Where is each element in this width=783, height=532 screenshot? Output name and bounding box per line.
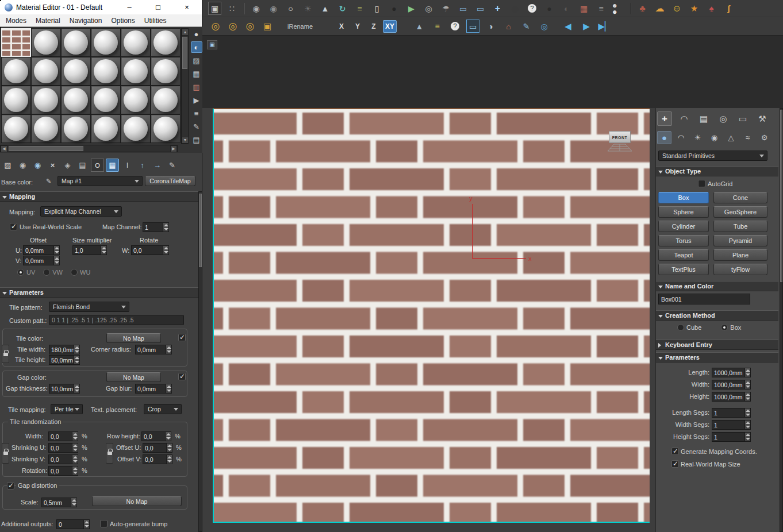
sample-slot[interactable] [121, 57, 151, 86]
generate-mapping-coords-checkbox[interactable] [671, 448, 679, 455]
shrinking-lock-icon[interactable] [2, 443, 9, 464]
button-textplus[interactable]: TextPlus [658, 264, 709, 275]
sample-slot[interactable] [151, 86, 181, 114]
command-panel-scrollbar[interactable] [780, 108, 783, 532]
button-sphere[interactable]: Sphere [658, 206, 709, 218]
lamp-icon[interactable]: ☂ [439, 2, 452, 15]
help-icon[interactable]: ? [525, 2, 539, 15]
auto-generate-bump-checkbox[interactable] [100, 520, 108, 527]
sun-gear-icon[interactable]: ☀ [301, 2, 314, 15]
bulb-icon[interactable]: ○ [284, 2, 297, 15]
pot-icon[interactable]: ● [543, 2, 556, 15]
tab-hierarchy[interactable]: ▤ [696, 111, 711, 126]
tyflow-gold-d-icon[interactable]: ▣ [260, 20, 275, 33]
pick-material-icon[interactable]: ✎ [166, 159, 179, 172]
viewport-canvas[interactable] [214, 109, 650, 522]
button-plane[interactable]: Plane [713, 249, 767, 261]
map-type-button[interactable]: CoronaTileMap [145, 176, 195, 186]
sample-slot[interactable] [151, 114, 181, 143]
button-cone[interactable]: Cone [713, 192, 767, 203]
radio-box[interactable]: Box [721, 324, 741, 331]
button-geosphere[interactable]: GeoSphere [713, 206, 767, 218]
tile-size-lock-icon[interactable] [2, 345, 9, 363]
toolbar-separator[interactable] [243, 2, 245, 15]
sample-slot[interactable] [1, 86, 31, 114]
sample-slot[interactable] [121, 28, 151, 57]
put-to-scene-icon[interactable]: ◉ [16, 159, 29, 172]
render-setup-icon[interactable]: ▭ [466, 20, 479, 33]
rand-offset-u-spinner[interactable]: 0,0 [143, 443, 172, 453]
sample-slot[interactable] [151, 28, 181, 57]
sample-slot[interactable] [1, 114, 31, 143]
sample-slot[interactable] [61, 28, 91, 57]
category-systems[interactable]: ⚙ [757, 131, 772, 144]
sample-slot[interactable] [61, 114, 91, 143]
sample-slot[interactable] [121, 86, 151, 114]
pipette-icon[interactable]: ✎ [46, 178, 51, 185]
axis-z-button[interactable]: Z [367, 20, 381, 33]
swirl-icon[interactable]: ◐ [560, 2, 573, 15]
put-to-library-icon[interactable]: ▤ [76, 159, 89, 172]
viewport[interactable] [213, 108, 650, 523]
tab-display[interactable]: ▭ [735, 111, 750, 126]
sample-slot[interactable] [91, 114, 121, 143]
monitor-a-icon[interactable]: ▭ [456, 2, 470, 15]
tab-modify[interactable]: ◠ [677, 111, 692, 126]
menu-modes[interactable]: Modes [6, 17, 26, 25]
gift-icon[interactable]: ▦ [577, 2, 590, 15]
axis-y-button[interactable]: Y [351, 20, 364, 33]
sample-slot[interactable] [91, 57, 121, 86]
category-lights[interactable]: ☀ [690, 131, 705, 144]
gap-map-enable-checkbox[interactable] [178, 373, 186, 380]
get-material-icon[interactable]: ▨ [1, 159, 14, 172]
backlight-icon[interactable]: ◐ [191, 41, 202, 53]
rotation-spinner[interactable]: 0,0 [48, 466, 78, 476]
material-id-icon[interactable]: O [91, 159, 104, 172]
button-tyflow[interactable]: tyFlow [713, 264, 767, 275]
button-box[interactable]: Box [658, 192, 709, 203]
distortion-scale-spinner[interactable]: 0,5mm [41, 498, 77, 507]
notes-icon[interactable]: ≡ [353, 2, 366, 15]
play-button[interactable]: ▶ [578, 20, 594, 33]
category-geometry[interactable]: ● [657, 131, 671, 144]
sample-slot[interactable] [61, 57, 91, 86]
mushroom-icon[interactable]: ♠ [705, 2, 718, 15]
map-channel-spinner[interactable]: 1 [143, 222, 169, 232]
mapping-dropdown[interactable]: Explicit Map Channel [40, 206, 122, 217]
tree-icon[interactable]: ▲ [318, 2, 332, 15]
assign-to-selection-icon[interactable]: ◉ [31, 159, 44, 172]
maximize-button[interactable]: □ [150, 3, 166, 11]
radio-wu[interactable]: WU [71, 269, 90, 276]
button-tube[interactable]: Tube [713, 221, 767, 232]
material-editor-scrollbar[interactable] [198, 191, 202, 532]
prev-frame-button[interactable]: ◀ [560, 20, 576, 33]
target-icon[interactable]: ◎ [538, 20, 551, 33]
radio-vw[interactable]: VW [43, 269, 63, 276]
slots-horizontal-scrollbar[interactable]: ◀ ▶ [0, 145, 178, 152]
box-parameters-rollout-header[interactable]: Parameters [656, 352, 778, 363]
offset-lock-icon[interactable] [106, 443, 113, 464]
sample-slot[interactable] [1, 28, 31, 57]
make-preview-icon[interactable]: ▶ [191, 94, 202, 106]
swan-icon[interactable]: ʃ [722, 2, 735, 15]
sample-slot[interactable] [121, 114, 151, 143]
sample-slot[interactable] [151, 57, 181, 86]
texture-placement-dropdown[interactable]: Crop [144, 404, 182, 414]
category-cameras[interactable]: ◉ [707, 131, 721, 144]
tab-utilities[interactable]: ⚒ [755, 111, 770, 126]
help-circle-icon[interactable]: ? [448, 20, 462, 33]
length-spinner[interactable]: 1000,0mm [712, 368, 751, 377]
menu-utilities[interactable]: Utilities [144, 17, 167, 25]
rand-offset-v-spinner[interactable]: 0,0 [143, 454, 172, 464]
corner-radius-spinner[interactable]: 0,0mm [135, 345, 172, 354]
axis-x-button[interactable]: X [335, 20, 348, 33]
screen-play-icon[interactable]: ▶ [405, 2, 418, 15]
use-real-world-scale-checkbox[interactable] [10, 223, 17, 230]
additional-outputs-spinner[interactable]: 0 [56, 519, 90, 529]
material-map-navigator-icon[interactable]: ▤ [191, 134, 202, 145]
autogrid-checkbox[interactable] [698, 180, 705, 187]
button-torus[interactable]: Torus [658, 235, 709, 246]
phases-icon[interactable]: ◑ [484, 20, 497, 33]
radio-uv[interactable]: UV [17, 269, 35, 276]
object-type-rollout-header[interactable]: Object Type [656, 166, 778, 176]
